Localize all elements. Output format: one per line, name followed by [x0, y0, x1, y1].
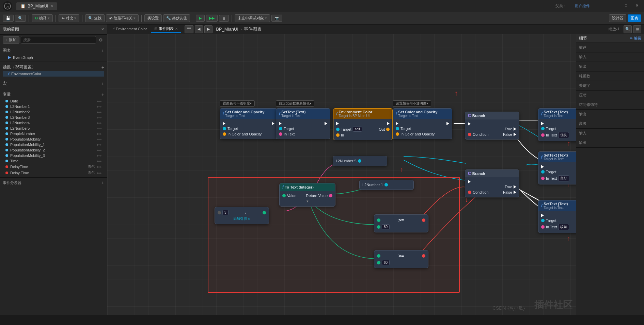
- var-l2number4[interactable]: L2Number4 ⟺: [3, 120, 104, 126]
- event-graph-tab-close[interactable]: ✕: [175, 27, 178, 31]
- save-button[interactable]: 💾: [3, 15, 14, 22]
- functions-add[interactable]: +: [101, 65, 104, 70]
- l2number5-node[interactable]: L2Number 5: [333, 156, 387, 166]
- graph-tab-icon: ⊞: [154, 27, 157, 31]
- bp-tab[interactable]: 📋 BP_MianUI ✕: [16, 2, 57, 10]
- close-btn[interactable]: ✕: [633, 3, 641, 9]
- resume-button[interactable]: ▶▶: [206, 15, 218, 22]
- var-dot: [5, 105, 8, 108]
- event-graph-item[interactable]: ▶ EventGraph: [3, 54, 104, 60]
- set-text-4[interactable]: f SetText (Text) Target is Text: [538, 200, 576, 233]
- left-panel-close[interactable]: ✕: [101, 27, 104, 32]
- back-nav-btn[interactable]: ◀: [195, 25, 203, 33]
- var-date[interactable]: Date ⟺: [3, 98, 104, 104]
- camera-button[interactable]: 📷: [271, 15, 282, 22]
- exec-row: [541, 121, 576, 126]
- event-dispatchers-header[interactable]: 事件分发器 +: [3, 179, 104, 186]
- event-graph-tab[interactable]: ⊞ 事件图表 ✕: [151, 25, 181, 33]
- add-pin-node[interactable]: 3 ÷ 添加引脚 ⊕: [215, 207, 269, 224]
- func-icon: f: [541, 155, 542, 160]
- macros-header[interactable]: 宏 +: [3, 80, 104, 87]
- grid-btn[interactable]: ⊞: [633, 25, 641, 33]
- env-color-tab[interactable]: f Environment Color: [110, 26, 150, 33]
- true-row: True: [468, 126, 516, 132]
- debug-dropdown[interactable]: 未选中调试对象 ▾: [235, 14, 270, 22]
- set-text-2[interactable]: f SetText (Text) Target is Text: [538, 108, 576, 141]
- branch-2[interactable]: C Branch True: [465, 169, 519, 197]
- exec-in: [468, 180, 471, 183]
- func-icon: f: [113, 27, 114, 31]
- set-color-opacity-1[interactable]: f Set Color and Opacity Target is Text: [220, 108, 278, 139]
- val-badge: 3: [222, 210, 229, 215]
- var-l2number5[interactable]: L2Number5 ⟺: [3, 126, 104, 131]
- diff-button[interactable]: ⇔ 对比 ▾: [59, 14, 79, 22]
- variables-add[interactable]: +: [101, 92, 104, 97]
- set-text-1[interactable]: f SetText (Text) Target is Text: [276, 108, 330, 139]
- greater-equal-1[interactable]: >= 80: [374, 214, 428, 232]
- var-l2number1[interactable]: L2Number1 ⟺: [3, 104, 104, 109]
- var-delaytime[interactable]: DelayTime 布尔 ⟺: [3, 164, 104, 170]
- hide-button[interactable]: 👁 隐藏不相关 ▾: [106, 14, 139, 22]
- graphs-header[interactable]: 图表 +: [3, 47, 104, 54]
- text-row: In Text: [279, 131, 327, 137]
- exec-row: [223, 121, 274, 126]
- search-canvas-btn[interactable]: 🔍: [624, 25, 632, 33]
- exec-in: [336, 122, 339, 125]
- var-time[interactable]: Time ⟺: [3, 158, 104, 164]
- play-button[interactable]: ▶: [196, 15, 205, 22]
- node-body: Value Return Value ▾: [280, 191, 335, 206]
- tab-close[interactable]: ✕: [50, 4, 53, 8]
- var-populationmobility[interactable]: PopulationMobility ⟺: [3, 136, 104, 142]
- to-text-integer[interactable]: f To Text (Integer) Value Return Value ▾: [279, 183, 335, 207]
- forward-nav-btn[interactable]: ▶: [204, 25, 213, 33]
- graph-right-btn[interactable]: 图表: [628, 14, 641, 22]
- variables-header[interactable]: 变量 +: [3, 91, 104, 98]
- add-pin-btn[interactable]: 添加引脚 ⊕: [233, 216, 251, 221]
- compile-button[interactable]: ⚙ 编译 ▾: [32, 14, 53, 22]
- canvas-area[interactable]: ↓ ↓ ↑ ↑ ↑ ↓ 置颜色与不透明度▾ f Set Color: [107, 34, 576, 315]
- exec-in: [541, 165, 544, 168]
- expand-icon[interactable]: ▾: [307, 199, 309, 204]
- separator5: [193, 15, 193, 22]
- set-color-opacity-2[interactable]: f Set Color and Opacity Target is Text: [393, 108, 452, 139]
- var-populationmobility1[interactable]: PopulationMobility_1 ⟺: [3, 142, 104, 147]
- text-pin: [279, 132, 282, 136]
- environment-color-func[interactable]: f EnvironmentColor: [3, 71, 104, 77]
- graphs-add[interactable]: +: [101, 48, 104, 53]
- edit-btn[interactable]: ✏ 编辑: [630, 36, 641, 41]
- text-row: In Text 较差: [541, 223, 576, 231]
- add-button[interactable]: + 添加: [3, 36, 19, 44]
- advanced-section: 高级: [576, 119, 644, 129]
- designer-right-btn[interactable]: 设计器: [609, 14, 626, 22]
- l2number1-node[interactable]: L2Number 1: [359, 180, 414, 190]
- event-dispatchers-add[interactable]: +: [101, 180, 104, 185]
- red-arrow-5: ↑: [567, 235, 570, 243]
- class-settings-button[interactable]: 类设置: [144, 14, 162, 22]
- var-delaytime2[interactable]: Delay Time 布尔 ⟺: [3, 170, 104, 176]
- functions-header[interactable]: 函数（36可覆盖） +: [3, 63, 104, 71]
- var-l2number3[interactable]: L2Number3 ⟺: [3, 115, 104, 120]
- text-row: In Text 优良: [541, 131, 576, 139]
- greater-equal-2[interactable]: >= 60: [374, 250, 428, 268]
- title-bar: UE 📋 BP_MianUI ✕ 父类： 用户控件 — □ ✕: [0, 0, 644, 12]
- settings-button[interactable]: ⚙: [97, 36, 104, 43]
- var-populationmobility2[interactable]: PopulationMobility_2 ⟺: [3, 147, 104, 153]
- var-peoplenumber[interactable]: PeopleNumber ⟺: [3, 131, 104, 136]
- maximize-btn[interactable]: □: [622, 3, 630, 9]
- branch-1[interactable]: C Branch True: [465, 112, 519, 140]
- set-text-3[interactable]: f SetText (Text) Target is Text: [538, 151, 576, 184]
- stop-button[interactable]: ⏹: [219, 15, 229, 22]
- search-input[interactable]: [21, 36, 96, 44]
- macros-add[interactable]: +: [101, 81, 104, 86]
- browse-button[interactable]: 🔍: [15, 15, 26, 22]
- left-panel-toolbar: + 添加 ⚙: [0, 35, 107, 45]
- find-button[interactable]: 🔍 查找: [85, 14, 105, 22]
- parent-nav-btn[interactable]: [185, 25, 193, 33]
- class-defaults-button[interactable]: 🔧 类默认值: [163, 14, 190, 22]
- func-icon: f: [223, 112, 224, 116]
- var-populationmobility3[interactable]: PopulationMobility_3 ⟺: [3, 153, 104, 158]
- minimize-btn[interactable]: —: [610, 3, 619, 9]
- var-l2number2[interactable]: L2Number2 ⟺: [3, 109, 104, 115]
- val-pin: [377, 225, 380, 229]
- environment-color-node[interactable]: f Environment Color Target is BP Mian UI: [333, 108, 393, 140]
